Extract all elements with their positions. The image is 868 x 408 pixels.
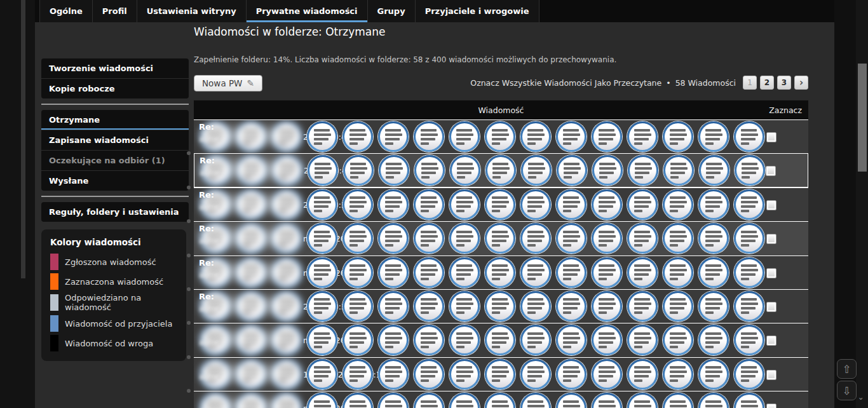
sidebar-item-otrzymane[interactable]: Otrzymane	[41, 110, 189, 130]
new-pm-label: Nowa PW	[202, 78, 242, 88]
note-line	[492, 264, 508, 267]
next-page-button[interactable]: ›	[794, 76, 808, 90]
row-marker-dot	[187, 254, 191, 257]
note-circle-lines	[416, 259, 442, 286]
select-message-checkbox[interactable]	[766, 404, 776, 408]
sidebar-menu-groups: Tworzenie wiadomościKopie roboczeOtrzyma…	[41, 58, 189, 222]
note-circle-icon	[627, 189, 658, 220]
content-area: OgólneProfilUstawienia witrynyPrywatne w…	[35, 0, 834, 408]
select-message-checkbox[interactable]	[766, 302, 776, 312]
note-line	[563, 379, 571, 382]
note-circle-icon	[592, 325, 622, 355]
message-row[interactable]: Re:autormaja 2020	[194, 221, 808, 255]
message-row[interactable]: autormaja 2020	[194, 391, 808, 408]
legend-color-swatch	[50, 273, 58, 290]
note-circle-icon	[414, 359, 444, 390]
sidebar-item-oczekujące-na-odbiór-1-[interactable]: Oczekujące na odbiór (1)	[41, 151, 189, 171]
message-row[interactable]: Re:autormaja 2020	[194, 255, 808, 289]
note-line	[528, 163, 544, 165]
nav-tab-ogólne[interactable]: Ogólne	[39, 0, 93, 22]
select-message-checkbox[interactable]	[766, 132, 776, 142]
note-circle-icon	[556, 325, 587, 355]
note-line	[385, 311, 393, 314]
message-row[interactable]: Re:autor2020, 10:36	[194, 289, 808, 323]
note-circle-icon	[698, 359, 729, 390]
message-row[interactable]: autormaja 2020, 11:49	[194, 323, 808, 357]
note-circle-icon	[698, 325, 729, 355]
note-circle-lines	[593, 123, 620, 150]
legend-color-swatch	[50, 254, 58, 270]
note-circle-icon	[663, 257, 693, 288]
note-line	[563, 210, 571, 212]
scrollbar-thumb[interactable]	[858, 64, 867, 172]
note-line	[705, 400, 721, 403]
select-message-checkbox[interactable]	[766, 166, 776, 176]
message-subject: Re:	[199, 190, 214, 200]
select-message-checkbox[interactable]	[766, 268, 776, 278]
note-circle-icon	[556, 359, 587, 390]
sidebar-item-tworzenie-wiadomości[interactable]: Tworzenie wiadomości	[41, 58, 189, 79]
nav-tab-prywatne-wiadomości[interactable]: Prywatne wiadomości	[247, 0, 368, 22]
message-row[interactable]: Re:autor2020, 10:45	[194, 153, 808, 187]
scrollbar-down-arrow-icon[interactable]: ›	[857, 397, 866, 400]
note-circle-icon	[343, 155, 374, 186]
note-circle-icon	[556, 121, 587, 152]
note-line	[563, 400, 579, 403]
note-circle-lines	[309, 123, 336, 150]
note-line	[385, 298, 401, 301]
note-circle-lines	[665, 123, 691, 150]
note-circle-lines	[700, 259, 727, 286]
note-line	[314, 244, 322, 247]
mark-all-read-link[interactable]: Oznacz Wszystkie Wiadomości Jako Przeczy…	[470, 78, 661, 88]
nav-tab-grupy[interactable]: Grupy	[368, 0, 416, 22]
select-message-checkbox[interactable]	[766, 370, 776, 380]
page-button-2[interactable]: 2	[760, 76, 774, 90]
note-line	[349, 210, 358, 212]
note-circle-lines	[736, 293, 763, 320]
select-message-checkbox[interactable]	[766, 200, 776, 210]
note-circle-icon	[520, 325, 551, 355]
nav-tab-profil[interactable]: Profil	[93, 0, 137, 22]
note-circle-icon	[520, 291, 551, 322]
arrow-down-icon: ⇩	[842, 384, 851, 397]
note-line	[670, 129, 686, 132]
note-circle-lines	[593, 259, 620, 286]
sidebar-item-reguły-foldery-i-ustawienia[interactable]: Reguły, foldery i ustawienia	[41, 202, 189, 222]
message-row[interactable]: Re:autor2020, 10:37	[194, 187, 808, 221]
note-line	[385, 210, 393, 212]
note-line	[314, 303, 331, 305]
jump-to-top-button[interactable]: ⇧	[837, 359, 857, 379]
note-circle-lines	[487, 395, 513, 408]
note-line	[599, 307, 613, 309]
note-line	[527, 375, 542, 377]
note-line	[386, 167, 403, 170]
note-line	[314, 311, 322, 314]
note-circle-icon	[485, 155, 516, 186]
new-pm-button[interactable]: Nowa PW ✎	[194, 75, 262, 92]
page-button-3[interactable]: 3	[777, 76, 791, 90]
note-line	[741, 129, 757, 132]
jump-to-bottom-button[interactable]: ⇩	[837, 381, 857, 400]
select-message-checkbox[interactable]	[766, 234, 776, 244]
note-line	[705, 346, 714, 348]
message-row[interactable]: Re:autor2020, 10:46	[194, 119, 808, 153]
page-button-1[interactable]: 1	[743, 76, 757, 90]
sidebar-item-wysłane[interactable]: Wysłane	[41, 171, 189, 191]
sidebar-item-kopie-robocze[interactable]: Kopie robocze	[41, 79, 189, 99]
note-line	[350, 172, 365, 174]
nav-tab-przyjaciele-i-wrogowie[interactable]: Przyjaciele i wrogowie	[416, 0, 539, 22]
message-row[interactable]: autor13 maja 2020, 10:10	[194, 357, 808, 391]
note-circle-lines	[736, 157, 763, 184]
note-line	[599, 196, 614, 199]
note-line	[705, 405, 722, 407]
nav-tab-ustawienia-witryny[interactable]: Ustawienia witryny	[137, 0, 247, 22]
note-line	[670, 133, 687, 136]
note-line	[456, 366, 472, 369]
note-circle-lines	[522, 259, 549, 286]
note-line	[705, 366, 721, 369]
note-line	[315, 176, 323, 179]
scrollbar-track[interactable]	[856, 0, 868, 408]
select-message-checkbox[interactable]	[766, 336, 776, 346]
sidebar-item-zapisane-wiadomości[interactable]: Zapisane wiadomości	[41, 130, 189, 151]
note-circle-lines	[381, 157, 407, 184]
